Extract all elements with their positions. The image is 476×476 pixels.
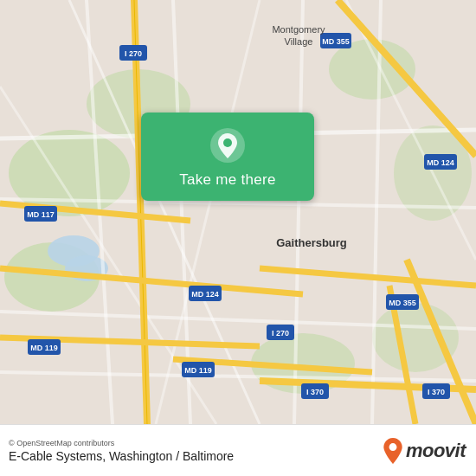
svg-text:MD 117: MD 117 [27, 210, 55, 219]
svg-text:MD 355: MD 355 [322, 37, 350, 46]
svg-text:I 270: I 270 [272, 329, 289, 338]
svg-text:Village: Village [285, 36, 313, 47]
svg-text:MD 124: MD 124 [427, 158, 454, 167]
location-name: E-Cable Systems, Washington / Baltimore [9, 449, 234, 463]
bottom-bar: © OpenStreetMap contributors E-Cable Sys… [0, 424, 476, 476]
svg-text:I 270: I 270 [125, 49, 142, 58]
take-me-there-button[interactable]: Take me there [141, 113, 314, 201]
svg-point-59 [223, 138, 232, 147]
location-info: © OpenStreetMap contributors E-Cable Sys… [9, 439, 234, 463]
svg-text:MD 119: MD 119 [30, 344, 58, 352]
svg-text:MD 119: MD 119 [184, 366, 212, 375]
svg-point-60 [389, 443, 396, 451]
osm-attribution: © OpenStreetMap contributors [9, 439, 234, 447]
moovit-logo: moovit [382, 437, 466, 465]
map-container: I 270 MD 355 MD 117 MD 124 MD 124 I 270 … [0, 0, 476, 424]
svg-point-7 [372, 303, 459, 372]
cta-label: Take me there [179, 171, 276, 189]
svg-text:I 370: I 370 [306, 388, 324, 396]
moovit-brand-text: moovit [406, 440, 466, 462]
svg-text:Montgomery: Montgomery [272, 24, 325, 35]
svg-text:MD 124: MD 124 [191, 290, 219, 299]
svg-text:MD 355: MD 355 [389, 299, 416, 307]
svg-text:Gaithersburg: Gaithersburg [276, 236, 347, 249]
location-pin-icon [209, 126, 247, 164]
moovit-pin-icon [382, 437, 404, 465]
svg-text:I 370: I 370 [428, 388, 445, 396]
